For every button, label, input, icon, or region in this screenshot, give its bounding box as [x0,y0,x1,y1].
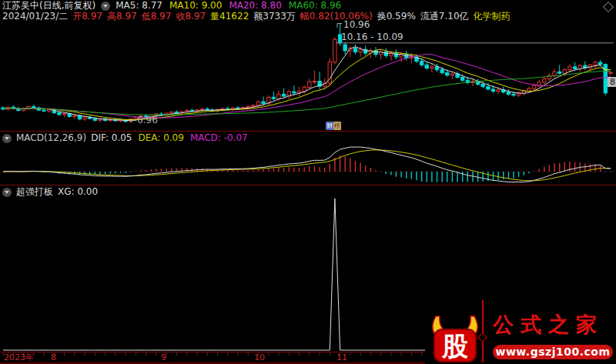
stock-title: 江苏吴中(日线,前复权) [2,1,95,11]
axis-month-label: 9 [161,353,166,362]
ma-value: MA5: 8.77 [116,1,162,11]
logo-divider [482,300,484,362]
info-item: 量41622 [210,12,249,22]
axis-month-label: 10 [254,353,265,362]
macd-value: DIF: 0.05 [91,133,132,143]
last-price-tag: 8.97 [608,77,616,87]
app-window: 江苏吴中(日线,前复权) MA5: 8.77MA10: 9.00MA20: 8.… [0,0,616,364]
info-item: 2024/01/23/二 [2,12,68,22]
macd-value: MACD: -0.07 [190,133,248,143]
info-item: 收8.97 [176,12,206,22]
title-bar: 江苏吴中(日线,前复权) MA5: 8.77MA10: 9.00MA20: 8.… [2,1,341,11]
xg-panel-header: 超强打板 XG: 0.00 [2,187,98,197]
logo-url: www.gszj100.com [493,345,613,359]
axis-month-label: 11 [336,353,347,362]
xg-title: 超强打板 [16,187,53,197]
macd-title: MACD(12,26,9) [16,133,86,143]
event-badge-icon[interactable]: 财 [326,122,333,130]
logo-glyph: 股 [441,331,469,362]
info-item: 换0.59% [377,12,416,22]
axis-month-label: 8 [51,353,56,362]
ma-value: MA10: 9.00 [169,1,222,11]
info-item: 额3733万 [253,12,296,22]
macd-panel-header: MACD(12,26,9) DIF: 0.05DEA: 0.09MACD: -0… [2,133,248,143]
info-bar: 2024/01/23/二开8.97高8.97低8.97收8.97量41622额3… [2,12,511,22]
axis-month-label: 2023年 [4,353,34,362]
info-item: 化学制药 [474,12,511,22]
collapse-xg-icon[interactable] [2,188,12,197]
ma-value: MA60: 8.96 [289,1,341,11]
info-item: 高8.97 [107,12,137,22]
macd-values-list: DIF: 0.05DEA: 0.09MACD: -0.07 [91,133,248,143]
ma-value: MA20: 8.80 [229,1,281,11]
logo-name: 公式之家 [493,311,604,339]
event-badge-icon[interactable]: 榜 [333,122,341,130]
chevron-down-icon [103,5,108,8]
info-item: 流通7.10亿 [420,12,469,22]
macd-value: DEA: 0.09 [138,133,183,143]
watermark-logo: 股 公式之家 www.gszj100.com [425,299,616,364]
gap-range-label: 10.16 - 10.09 [341,32,403,42]
high-price-label: 10.96 [343,19,370,30]
xg-value: XG: 0.00 [58,187,98,197]
ma-values-list: MA5: 8.77MA10: 9.00MA20: 8.80MA60: 8.96 [116,1,341,11]
collapse-macd-icon[interactable] [2,134,12,143]
bull-stock-icon: 股 [428,316,482,363]
chevron-down-icon [5,137,9,140]
low-price-label: ←6.96 [129,115,158,125]
info-item: 开8.97 [72,12,102,22]
collapse-main-icon[interactable] [101,2,110,11]
info-item: 低8.97 [142,12,172,22]
chevron-down-icon [5,191,9,194]
